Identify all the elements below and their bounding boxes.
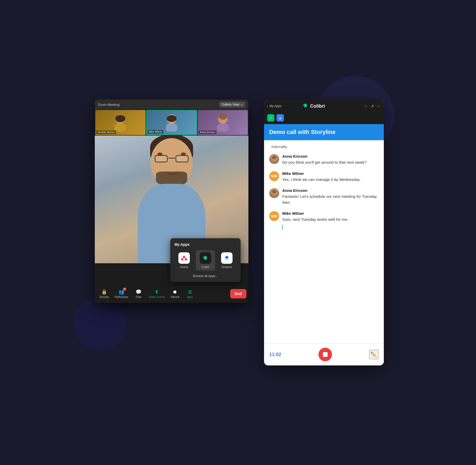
app-item-colibri[interactable]: Colibri	[196, 250, 215, 271]
message-block-anna2: Anna Ericson Fantastic! Let's schedule o…	[269, 188, 379, 205]
avatar-mike-wilner-1: MW	[269, 171, 279, 181]
transcript-area[interactable]: internally. Anna Ericson Do you think yo…	[264, 140, 384, 343]
transcript-continued: internally.	[269, 144, 379, 149]
message-content-mike2: Mike Wilner Sure, next Tuesday works wel…	[282, 211, 379, 231]
svg-point-10	[181, 258, 184, 261]
zoom-window: Zoom Meeting Gallery View ⤢ Jennifer Bur…	[95, 100, 248, 303]
colibri-logo: Colibri	[302, 102, 325, 110]
svg-point-14	[272, 156, 276, 159]
share-screen-button[interactable]: ⬆ Share Screen	[146, 287, 167, 300]
gallery-view-label: Gallery View	[222, 103, 239, 106]
record-button[interactable]: ⏺ Record	[168, 288, 182, 300]
svg-rect-2	[115, 124, 126, 132]
apps-popup: My Apps Asana	[170, 238, 241, 282]
message-content-mike1: Mike Wilner Yes, I think we can manage i…	[282, 171, 379, 183]
plus-icon: +	[270, 116, 272, 120]
edit-button[interactable]: ✏️	[369, 350, 379, 359]
colibri-app-label: Colibri	[201, 265, 209, 268]
svg-point-16	[272, 190, 276, 193]
dropbox-icon	[221, 252, 233, 264]
add-action-button[interactable]: +	[267, 114, 274, 121]
back-arrow-icon[interactable]: ←	[364, 104, 368, 109]
stop-icon	[323, 352, 328, 357]
message-sender-mike1: Mike Wilner	[282, 171, 379, 176]
message-text-mike1: Yes, I think we can manage it by Wednesd…	[282, 177, 379, 183]
thumbnail-jennifer[interactable]: Jennifer Burton	[95, 110, 146, 135]
back-chevron-icon: ‹	[267, 104, 268, 108]
navigation-action-button[interactable]: ▲	[277, 114, 284, 121]
svg-point-4	[167, 115, 177, 122]
colibri-name-label: Colibri	[310, 103, 325, 109]
message-block-mike2: MW Mike Wilner Sure, next Tuesday works …	[269, 211, 379, 231]
thumbnail-label-jennifer: Jennifer Burton	[96, 131, 116, 134]
chat-label: Chat	[136, 296, 141, 298]
share-screen-icon: ⬆	[155, 289, 159, 295]
thumbnails-bar: Jennifer Burton Mike Wilner	[95, 109, 248, 136]
svg-point-7	[219, 113, 227, 120]
apps-icon: ⊞	[188, 289, 192, 295]
meeting-title: Demo call with Storyline	[269, 129, 379, 136]
gallery-view-button[interactable]: Gallery View ⤢	[219, 102, 245, 107]
colibri-panel: ‹ My Apps Colibri ← ↗ ⋯ +	[264, 100, 384, 365]
asana-icon	[178, 252, 190, 264]
colibri-topbar: ‹ My Apps Colibri ← ↗ ⋯	[264, 100, 384, 113]
text-cursor	[282, 225, 283, 230]
message-text-anna1: Do you think you'll get around to that n…	[282, 160, 379, 166]
pencil-icon: ✏️	[371, 351, 377, 358]
svg-point-9	[183, 256, 185, 258]
record-label: Record	[171, 296, 179, 298]
glasses-shape	[155, 155, 189, 163]
avatar-anna-ericson-2	[269, 188, 279, 198]
message-sender-anna2: Anna Ericson	[282, 188, 379, 193]
asana-label: Asana	[180, 265, 188, 268]
nav-icon: ▲	[279, 116, 282, 120]
colibri-action-bar: + ▲	[264, 113, 384, 124]
external-link-icon[interactable]: ↗	[371, 104, 374, 109]
thumbnail-label-mike: Mike Wilner	[148, 130, 163, 133]
thumbnail-mike[interactable]: Mike Wilner	[146, 110, 197, 135]
zoom-toolbar: 🔒 Security 👥 3 Participants 💬 Chat ⬆ Sha…	[95, 285, 248, 303]
dropbox-label: Dropbox	[221, 265, 232, 268]
avatar-anna-ericson-1	[269, 154, 279, 164]
back-label: My Apps	[270, 104, 281, 108]
app-item-dropbox[interactable]: Dropbox	[217, 250, 236, 271]
colibri-icon	[200, 252, 211, 264]
svg-point-1	[115, 115, 125, 122]
message-content-anna2: Anna Ericson Fantastic! Let's schedule o…	[282, 188, 379, 205]
svg-point-11	[185, 258, 187, 261]
message-text-mike2: Sure, next Tuesday works well for me.	[282, 217, 379, 223]
message-sender-mike2: Mike Wilner	[282, 211, 379, 216]
security-button[interactable]: 🔒 Security	[97, 287, 111, 300]
end-button[interactable]: End	[230, 289, 246, 298]
meeting-title-bar: Demo call with Storyline	[264, 124, 384, 140]
apps-button[interactable]: ⊞ Apps	[183, 287, 197, 300]
message-block-mike1: MW Mike Wilner Yes, I think we can manag…	[269, 171, 379, 183]
back-button[interactable]: ‹ My Apps	[267, 104, 281, 108]
message-content-anna1: Anna Ericson Do you think you'll get aro…	[282, 154, 379, 166]
zoom-titlebar: Zoom Meeting Gallery View ⤢	[95, 100, 248, 109]
zoom-title: Zoom Meeting	[98, 103, 120, 107]
browse-apps-link[interactable]: Browse all Apps...	[174, 274, 236, 278]
more-options-icon[interactable]: ⋯	[377, 104, 381, 109]
participants-label: Participants	[115, 296, 128, 298]
app-item-asana[interactable]: Asana	[174, 250, 194, 271]
apps-label: Apps	[187, 296, 193, 298]
security-label: Security	[99, 296, 109, 298]
chat-button[interactable]: 💬 Chat	[131, 287, 146, 300]
security-icon: 🔒	[101, 289, 107, 295]
mw-initials-2: MW	[271, 214, 277, 218]
record-icon: ⏺	[173, 289, 177, 295]
mw-initials-1: MW	[271, 174, 277, 178]
share-screen-label: Share Screen	[149, 296, 165, 298]
expand-icon: ⤢	[241, 103, 243, 106]
thumbnail-anna[interactable]: Anna Ericson	[198, 110, 248, 135]
thumbnail-label-anna: Anna Ericson	[199, 131, 216, 134]
message-sender-anna1: Anna Ericson	[282, 154, 379, 158]
svg-rect-5	[166, 124, 177, 132]
chat-icon: 💬	[136, 289, 141, 295]
stop-recording-button[interactable]	[318, 348, 332, 361]
participants-icon: 👥 3	[118, 289, 124, 295]
message-block-anna1: Anna Ericson Do you think you'll get aro…	[269, 154, 379, 166]
message-text-anna2: Fantastic! Let's schedule our next meeti…	[282, 194, 379, 205]
participants-button[interactable]: 👥 3 Participants	[112, 287, 131, 300]
